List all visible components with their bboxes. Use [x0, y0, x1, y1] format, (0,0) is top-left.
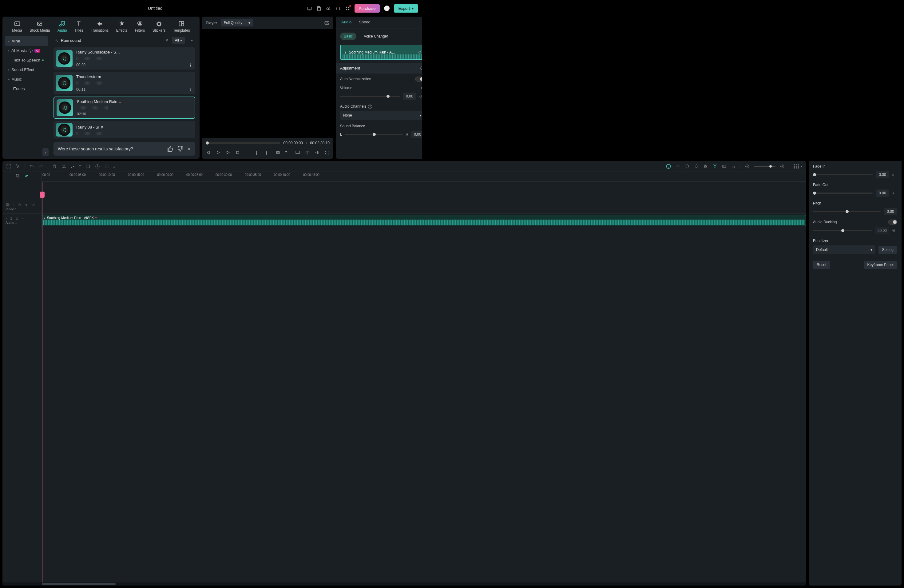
redo-icon[interactable]: [38, 164, 43, 169]
tab-media[interactable]: Media: [10, 20, 24, 33]
search-input[interactable]: [61, 38, 162, 43]
prev-frame-icon[interactable]: [206, 150, 211, 155]
player-scrubber[interactable]: [206, 142, 280, 144]
tab-titles[interactable]: Titles: [73, 20, 85, 33]
timeline-ruler[interactable]: 00:00 00:00:05:00 00:00:10:00 00:00:15:0…: [42, 172, 422, 182]
music-tool-icon[interactable]: ♪▾: [71, 164, 74, 169]
ai-badge: AI: [35, 49, 40, 52]
thumbs-down-icon[interactable]: [177, 146, 183, 152]
keyframe-diamond-icon[interactable]: [420, 65, 422, 71]
device-icon[interactable]: [307, 6, 312, 11]
color-tool-icon[interactable]: [104, 164, 109, 169]
player-viewport[interactable]: [202, 29, 333, 138]
tab-filters[interactable]: Filters: [133, 20, 147, 33]
quality-dropdown[interactable]: Full Quality▾: [221, 19, 253, 27]
tool-grid-icon[interactable]: [6, 164, 11, 169]
eye-track-icon[interactable]: [32, 203, 35, 207]
delete-icon[interactable]: [52, 164, 57, 169]
audio-clip[interactable]: ♪ Soothing Medium Rain - AISFX ♥: [42, 215, 422, 226]
playhead[interactable]: [42, 182, 43, 274]
stop-icon[interactable]: [235, 150, 240, 155]
auto-norm-toggle[interactable]: [415, 77, 422, 82]
bracket-close-icon[interactable]: }: [266, 150, 270, 155]
filter-all-dropdown[interactable]: All▾: [172, 37, 185, 44]
download-icon[interactable]: ⭳: [189, 87, 193, 92]
headset-icon[interactable]: [335, 6, 341, 11]
sidebar-item-itunes[interactable]: iTunes: [5, 84, 48, 93]
lock-track-icon[interactable]: [18, 203, 22, 207]
sidebar-item-mine[interactable]: ▸Mine: [5, 36, 48, 46]
tab-audio-props[interactable]: Audio: [341, 20, 351, 26]
balance-value[interactable]: 0.00: [411, 131, 422, 138]
chevron-down-icon[interactable]: ▾: [285, 150, 290, 155]
tab-transitions[interactable]: Transitions: [89, 20, 111, 33]
mute-track-icon[interactable]: [22, 217, 26, 220]
download-icon[interactable]: ⭳: [189, 62, 193, 67]
apps-icon[interactable]: [345, 6, 350, 11]
markers-icon[interactable]: [275, 150, 280, 155]
play-alt-icon[interactable]: [225, 150, 230, 155]
text-tool-icon[interactable]: T: [79, 164, 82, 169]
tab-templates[interactable]: Templates: [171, 20, 192, 33]
lock-track-icon[interactable]: [15, 217, 19, 220]
sidebar-item-music[interactable]: ▸Music: [5, 74, 48, 84]
tab-stickers[interactable]: Stickers: [151, 20, 168, 33]
volume-icon[interactable]: [315, 150, 320, 155]
balance-slider[interactable]: [345, 134, 403, 135]
cloud-icon[interactable]: [326, 6, 331, 11]
purchase-button[interactable]: Purchase: [354, 4, 380, 13]
svg-point-34: [105, 165, 108, 168]
stack-icon[interactable]: [16, 174, 20, 178]
cut-icon[interactable]: [62, 164, 66, 169]
tab-effects[interactable]: Effects: [114, 20, 129, 33]
fullscreen-icon[interactable]: [325, 150, 330, 155]
close-icon[interactable]: ✕: [187, 146, 191, 152]
avatar[interactable]: [384, 6, 390, 11]
clear-search-icon[interactable]: ✕: [165, 38, 169, 43]
bracket-open-icon[interactable]: {: [256, 150, 261, 155]
volume-slider[interactable]: [340, 96, 400, 97]
sidebar-item-ai-music[interactable]: ▸AI Music?AI: [5, 46, 48, 55]
result-item[interactable]: ♫ Thunderstorm 00:11⭳: [54, 72, 195, 94]
subtab-basic[interactable]: Basic: [340, 33, 356, 40]
display-icon[interactable]: [295, 150, 300, 155]
volume-value[interactable]: 0.00: [403, 93, 416, 100]
more-tools-icon[interactable]: »: [114, 164, 115, 169]
keyframe-indicator-icon[interactable]: [419, 51, 421, 54]
audio-track-lane[interactable]: ♪ Soothing Medium Rain - AISFX ♥: [42, 214, 422, 227]
result-item[interactable]: ♦♫ Soothing Medium Rain… 02:30: [54, 96, 195, 119]
snapshot-icon[interactable]: [324, 20, 330, 25]
help-icon[interactable]: ?: [28, 49, 33, 52]
tab-audio[interactable]: Audio: [56, 20, 69, 33]
result-item[interactable]: ♫ Rainy 08 - SFX: [54, 121, 195, 138]
track-name-audio: Audio 1: [6, 221, 38, 224]
svg-rect-27: [9, 164, 11, 166]
tab-stock-media[interactable]: Stock Media: [28, 20, 52, 33]
crop-icon[interactable]: [86, 164, 91, 169]
tab-speed-props[interactable]: Speed: [359, 20, 370, 26]
waveform-mini: [76, 57, 107, 60]
mute-track-icon[interactable]: [25, 203, 28, 207]
video-track-lane[interactable]: [42, 200, 422, 213]
playhead-handle-icon[interactable]: [40, 191, 44, 198]
export-button[interactable]: Export▾: [394, 4, 418, 13]
help-icon[interactable]: ?: [368, 104, 372, 109]
more-icon[interactable]: ⋯: [188, 38, 194, 43]
tool-cursor-icon[interactable]: [15, 164, 20, 169]
sidebar-item-tts[interactable]: Text To Speech: [5, 55, 48, 65]
result-duration: 02:30: [77, 112, 86, 116]
selected-clip-chip[interactable]: ♪ Soothing Medium Rain - A…: [340, 45, 422, 60]
collapse-sidebar-icon[interactable]: ‹: [43, 148, 49, 156]
sidebar-item-sound-effect[interactable]: ▸Sound Effect: [5, 65, 48, 74]
thumbs-up-icon[interactable]: [167, 146, 174, 152]
play-icon[interactable]: [215, 150, 220, 155]
undo-icon[interactable]: [29, 164, 34, 169]
keyframe-diamond-icon[interactable]: [420, 86, 422, 90]
save-icon[interactable]: [316, 6, 322, 11]
channels-dropdown[interactable]: None▾: [340, 111, 422, 120]
speed-tool-icon[interactable]: [95, 164, 100, 169]
link-icon[interactable]: [24, 174, 28, 178]
camera-icon[interactable]: [305, 150, 310, 155]
result-item[interactable]: ♫ Rainy Soundscape - S… 00:20⭳: [54, 47, 195, 70]
subtab-voice-changer[interactable]: Voice Changer: [360, 33, 392, 40]
